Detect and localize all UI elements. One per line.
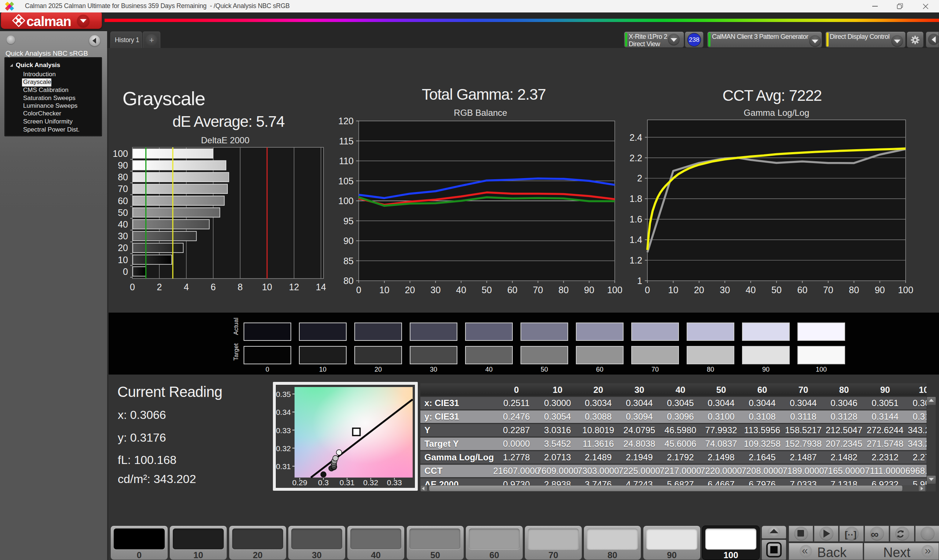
svg-text:40: 40 — [456, 285, 466, 295]
svg-text:80: 80 — [558, 285, 569, 295]
svg-text:30: 30 — [430, 285, 441, 295]
svg-text:2.2: 2.2 — [629, 153, 642, 163]
svg-text:4: 4 — [184, 282, 189, 292]
svg-text:100: 100 — [898, 285, 913, 295]
svg-text:1.4: 1.4 — [629, 235, 642, 245]
svg-text:6: 6 — [211, 282, 216, 292]
svg-text:90: 90 — [343, 235, 354, 246]
svg-text:12: 12 — [289, 282, 299, 292]
svg-text:2: 2 — [637, 173, 642, 183]
svg-text:1.2: 1.2 — [629, 255, 642, 265]
svg-text:90: 90 — [584, 285, 594, 295]
svg-text:115: 115 — [339, 136, 354, 146]
svg-text:0: 0 — [123, 266, 128, 277]
svg-text:2.4: 2.4 — [629, 132, 642, 143]
svg-text:0.32: 0.32 — [276, 444, 291, 452]
svg-text:1: 1 — [637, 275, 642, 286]
svg-text:2: 2 — [157, 282, 162, 292]
svg-text:80: 80 — [343, 275, 354, 286]
svg-text:100: 100 — [607, 285, 622, 295]
svg-text:90: 90 — [118, 160, 128, 171]
svg-text:90: 90 — [875, 285, 885, 295]
svg-text:100: 100 — [338, 196, 354, 206]
svg-text:40: 40 — [746, 285, 756, 295]
svg-text:0.33: 0.33 — [276, 426, 291, 435]
svg-text:95: 95 — [343, 216, 354, 226]
svg-text:110: 110 — [339, 156, 354, 166]
svg-text:120: 120 — [338, 117, 354, 126]
svg-text:50: 50 — [482, 285, 492, 295]
svg-text:70: 70 — [118, 184, 128, 194]
svg-text:40: 40 — [118, 219, 128, 229]
svg-text:80: 80 — [849, 285, 859, 295]
svg-text:0: 0 — [356, 285, 361, 295]
svg-text:20: 20 — [694, 285, 704, 295]
svg-text:80: 80 — [118, 172, 128, 182]
svg-text:20: 20 — [405, 285, 415, 295]
svg-text:70: 70 — [823, 285, 833, 295]
svg-text:50: 50 — [118, 208, 128, 218]
svg-text:10: 10 — [668, 285, 678, 295]
svg-text:85: 85 — [343, 256, 354, 266]
svg-text:60: 60 — [507, 285, 518, 295]
svg-text:10: 10 — [118, 255, 128, 265]
svg-text:1.6: 1.6 — [629, 214, 642, 224]
svg-text:8: 8 — [238, 282, 243, 292]
svg-text:105: 105 — [338, 176, 354, 186]
svg-text:30: 30 — [720, 285, 730, 295]
svg-text:1.8: 1.8 — [629, 194, 642, 204]
svg-text:0.35: 0.35 — [276, 390, 291, 398]
svg-text:0: 0 — [130, 282, 135, 292]
svg-text:0.34: 0.34 — [276, 408, 291, 416]
svg-text:60: 60 — [118, 196, 128, 206]
svg-text:30: 30 — [118, 231, 128, 241]
svg-text:100: 100 — [113, 148, 128, 159]
svg-text:0.31: 0.31 — [276, 462, 291, 471]
svg-text:50: 50 — [771, 285, 782, 295]
svg-text:0: 0 — [645, 285, 650, 295]
svg-text:70: 70 — [533, 285, 543, 295]
svg-text:10: 10 — [379, 285, 390, 295]
svg-text:20: 20 — [118, 243, 128, 253]
svg-text:60: 60 — [797, 285, 807, 295]
svg-text:10: 10 — [262, 282, 272, 292]
svg-text:14: 14 — [316, 282, 326, 292]
